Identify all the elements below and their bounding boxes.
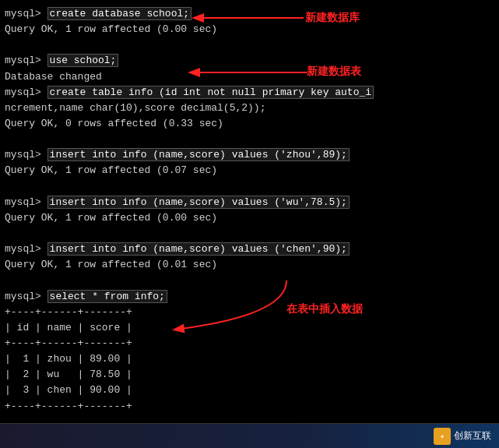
terminal-line <box>5 37 494 53</box>
annotation-insert-data: 在表中插入数据 <box>286 302 363 316</box>
terminal-line: ncrement,name char(10),score decimal(5,2… <box>5 101 494 116</box>
terminal-line: +----+------+-------+ <box>5 399 494 414</box>
prompt: mysql> <box>5 149 47 161</box>
prompt: mysql> <box>5 55 47 66</box>
terminal-line: mysql> insert into info (name,score) val… <box>5 242 494 257</box>
terminal-line: Query OK, 1 row affected (0.00 sec) <box>5 210 494 226</box>
terminal-line: Query OK, 1 row affected (0.07 sec) <box>5 163 494 178</box>
terminal-line: mysql> insert into info (name,score) val… <box>5 147 494 163</box>
terminal-line: | 2 | wu | 78.50 | <box>5 367 494 383</box>
terminal-line: mysql> insert into info (name,score) val… <box>5 195 494 210</box>
terminal-line: Query OK, 1 row affected (0.01 sec) <box>5 257 494 273</box>
logo-text: 创新互联 <box>454 429 491 443</box>
prompt: mysql> <box>5 8 47 19</box>
annotation-new-db: 新建数据库 <box>305 11 360 25</box>
command: insert into info (name,score) values ('c… <box>47 242 350 256</box>
terminal-line <box>5 132 494 147</box>
prompt: mysql> <box>5 196 47 208</box>
arrow-insert-data <box>171 277 292 335</box>
logo-icon: ✦ <box>434 428 451 445</box>
prompt: mysql> <box>5 291 47 302</box>
terminal-line: | 1 | zhou | 89.00 | <box>5 351 494 367</box>
command: use school; <box>47 54 119 67</box>
arrow-new-db <box>191 6 307 30</box>
terminal: mysql> create database school;Query OK, … <box>0 0 499 448</box>
prompt: mysql> <box>5 243 47 255</box>
terminal-line: mysql> create table info (id int not nul… <box>5 85 494 101</box>
command: create table info (id int not null prima… <box>47 86 374 99</box>
terminal-line <box>5 179 494 195</box>
terminal-line <box>5 226 494 242</box>
bottom-bar: ✦ 创新互联 <box>0 423 499 448</box>
command: create database school; <box>47 7 192 20</box>
terminal-line: | 3 | chen | 90.00 | <box>5 383 494 398</box>
arrow-new-table <box>187 61 311 84</box>
terminal-line: +----+------+-------+ <box>5 336 494 351</box>
command: insert into info (name,score) values ('z… <box>47 148 350 161</box>
terminal-line: Query OK, 0 rows affected (0.33 sec) <box>5 116 494 132</box>
command: insert into info (name,score) values ('w… <box>47 196 350 209</box>
logo-area: ✦ 创新互联 <box>434 428 491 445</box>
command: select * from info; <box>47 290 167 303</box>
prompt: mysql> <box>5 86 47 98</box>
annotation-new-table: 新建数据表 <box>307 65 361 79</box>
